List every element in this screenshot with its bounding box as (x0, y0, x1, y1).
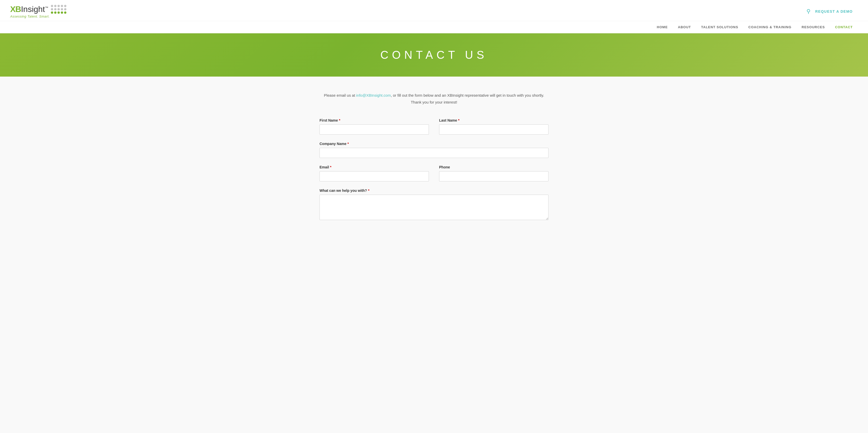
required-star: * (458, 118, 459, 122)
logo-dot-green (64, 11, 66, 14)
nav-item-talent-solutions[interactable]: TALENT SOLUTIONS (701, 24, 738, 30)
company-name-label: Company Name* (319, 142, 549, 146)
logo-dot (58, 5, 60, 7)
logo-dot (51, 5, 53, 7)
logo-dot (54, 8, 57, 10)
phone-input[interactable] (439, 171, 549, 181)
logo-dot-green (61, 11, 63, 14)
form-group-company: Company Name* (319, 142, 549, 158)
hero-title: CONTACT US (380, 49, 488, 61)
request-demo-button[interactable]: REQUEST A DEMO (815, 9, 853, 13)
last-name-input[interactable] (439, 124, 549, 134)
header: XB Insight™ (0, 0, 868, 21)
search-icon: ⚲ (806, 8, 810, 14)
required-star: * (347, 142, 349, 146)
nav-item-contact[interactable]: CONTACT (835, 24, 853, 30)
logo-text: XB Insight™ (10, 5, 48, 14)
nav-item-coaching-training[interactable]: COACHING & TRAINING (748, 24, 792, 30)
form-group-email: Email* (319, 165, 429, 181)
logo-dot-green (54, 11, 57, 14)
intro-prefix: Please email us at (324, 93, 356, 97)
form-group-lastname: Last Name* (439, 118, 549, 134)
intro-suffix: , or fill out the form below and an XBIn… (391, 93, 544, 97)
logo-dot-grid (51, 5, 66, 14)
help-textarea[interactable] (319, 195, 549, 220)
intro-thankyou: Thank you for your interest! (411, 100, 457, 104)
nav-item-resources[interactable]: RESOURCES (802, 24, 825, 30)
logo-dot (64, 8, 66, 10)
email-input[interactable] (319, 171, 429, 181)
hero-banner: CONTACT US (0, 33, 868, 76)
required-star: * (339, 118, 340, 122)
form-group-firstname: First Name* (319, 118, 429, 134)
contact-form: First Name* Last Name* Company Name* (319, 118, 549, 227)
logo-dot (58, 8, 60, 10)
logo-dot-green (51, 11, 53, 14)
nav-item-home[interactable]: HOME (657, 24, 668, 30)
nav-item-about[interactable]: ABOUT (678, 24, 691, 30)
logo-area: XB Insight™ (10, 5, 66, 18)
logo-dot (51, 8, 53, 10)
form-row-email-phone: Email* Phone (319, 165, 549, 181)
form-row-company: Company Name* (319, 142, 549, 158)
first-name-input[interactable] (319, 124, 429, 134)
main-nav: HOME ABOUT TALENT SOLUTIONS COACHING & T… (0, 21, 868, 33)
company-name-input[interactable] (319, 148, 549, 158)
first-name-label: First Name* (319, 118, 429, 122)
logo-dot (64, 5, 66, 7)
logo-tagline: Assessing Talent. Smart. (10, 14, 66, 18)
email-label: Email* (319, 165, 429, 169)
logo-dot (54, 5, 57, 7)
logo-dot-green (58, 11, 60, 14)
intro-email-link[interactable]: info@XBInsight.com (356, 93, 391, 97)
logo-dot (61, 8, 63, 10)
required-star: * (368, 188, 369, 193)
logo-dot (61, 5, 63, 7)
logo-insight: Insight™ (21, 5, 48, 14)
search-button[interactable]: ⚲ (806, 8, 810, 15)
main-content: Please email us at info@XBInsight.com, o… (0, 76, 868, 248)
required-star: * (330, 165, 331, 169)
form-group-phone: Phone (439, 165, 549, 181)
form-row-names: First Name* Last Name* (319, 118, 549, 134)
help-label: What can we help you with?* (319, 188, 549, 193)
phone-label: Phone (439, 165, 549, 169)
form-row-help: What can we help you with?* (319, 188, 549, 220)
form-group-help: What can we help you with?* (319, 188, 549, 220)
logo-xb: XB (10, 5, 21, 14)
intro-text: Please email us at info@XBInsight.com, o… (324, 92, 544, 105)
last-name-label: Last Name* (439, 118, 549, 122)
header-right: ⚲ REQUEST A DEMO (806, 8, 853, 15)
